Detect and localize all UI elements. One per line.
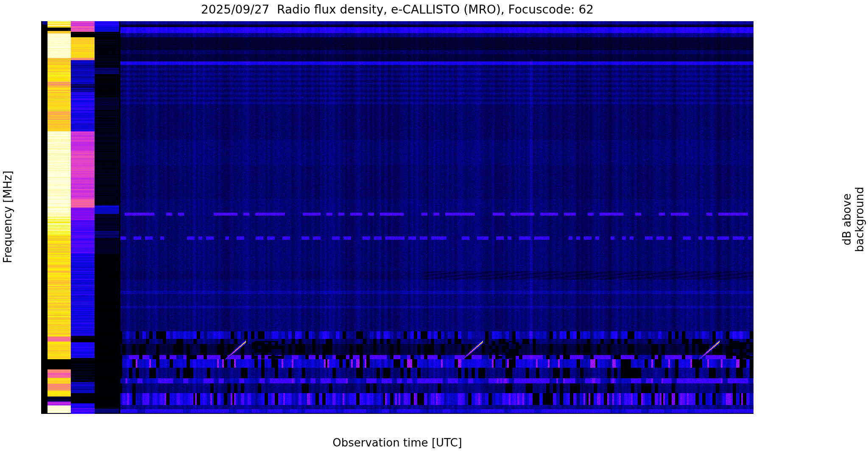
colorbar-label: dB above background — [840, 160, 866, 279]
chart-title: 2025/09/27 Radio flux density, e-CALLIST… — [0, 3, 795, 17]
x-axis-label: Observation time [UTC] — [0, 436, 795, 449]
spectrogram-figure: 2025/09/27 Radio flux density, e-CALLIST… — [0, 0, 868, 452]
spectrogram-canvas — [0, 0, 868, 452]
y-axis-label: Frequency [MHz] — [1, 153, 14, 280]
